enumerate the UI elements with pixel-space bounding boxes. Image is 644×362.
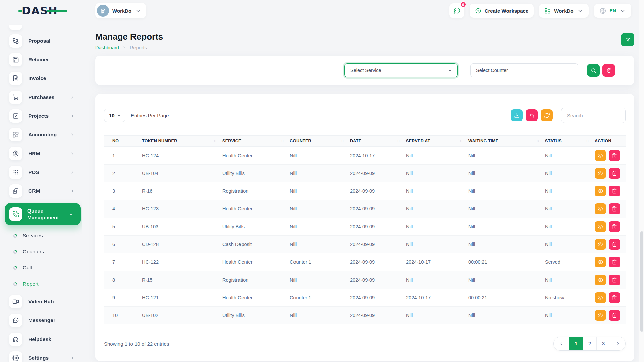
cell-service: Utility Bills [222,165,290,182]
delete-report-button[interactable] [609,257,620,267]
page-scrollbar[interactable] [639,0,644,362]
delete-report-button[interactable] [609,275,620,285]
app-root: DASH WorkDo 0 Create Workspace WorkDo [0,0,644,361]
sidebar-item-video-hub[interactable]: Video Hub [9,295,78,308]
apply-filter-button[interactable] [587,64,600,77]
page-size-select[interactable]: 10 [104,109,125,122]
column-header-token-number[interactable]: TOKEN NUMBER↑↓ [142,136,222,147]
view-report-button[interactable] [595,275,606,285]
hrm-icon [9,147,22,160]
sidebar-item-proposal[interactable]: Proposal [9,34,78,48]
view-report-button[interactable] [595,203,606,214]
pagination-page-3[interactable]: 3 [596,337,610,350]
cell-served-at: Nill [406,271,468,289]
delete-report-button[interactable] [609,168,620,179]
sort-icon[interactable]: ↑↓ [281,139,284,143]
sidebar-item-projects[interactable]: Projects [9,109,78,123]
delete-report-button[interactable] [609,292,620,303]
chevron-right-icon [70,132,75,137]
sidebar-subitem-services[interactable]: Services [13,231,82,241]
view-report-button[interactable] [595,150,606,161]
view-report-button[interactable] [595,221,606,232]
sidebar-item-crm[interactable]: CRM [9,184,78,198]
sidebar-subitem-label: Report [23,281,39,287]
sort-icon[interactable]: ↑↓ [397,139,400,143]
column-header-date[interactable]: DATE↑↓ [350,136,406,147]
sidebar-item-helpdesk[interactable]: Helpdesk [9,333,78,346]
view-report-button[interactable] [595,186,606,196]
delete-report-button[interactable] [609,186,620,196]
messages-button[interactable]: 0 [449,3,464,18]
cell-service: Registration [222,182,290,200]
pagination-page-2[interactable]: 2 [583,337,596,350]
sort-icon[interactable]: ↑↓ [536,139,539,143]
delete-report-button[interactable] [609,203,620,214]
sort-icon[interactable]: ↑↓ [214,139,216,143]
delete-report-button[interactable] [609,310,620,321]
column-header-status[interactable]: STATUS↑↓ [545,136,595,147]
sidebar-item-retainer[interactable]: Retainer [9,53,78,66]
column-header-service[interactable]: SERVICE↑↓ [222,136,290,147]
delete-report-button[interactable] [609,150,620,161]
create-workspace-button[interactable]: Create Workspace [470,4,534,18]
filter-toggle-button[interactable] [621,33,634,46]
cell-service: Utility Bills [222,218,290,236]
cell-served-at: Nill [406,182,468,200]
delete-report-button[interactable] [609,239,620,250]
breadcrumb-current: Reports [130,45,147,50]
sidebar-item-queue-management[interactable]: Queue Management [5,203,81,225]
refresh-button[interactable] [541,109,553,121]
sidebar-item-settings[interactable]: Settings [9,351,78,362]
pagination-page-1[interactable]: 1 [569,337,583,350]
table-search-input[interactable] [561,108,626,123]
sidebar-item-label: Messenger [28,317,78,324]
view-report-button[interactable] [595,168,606,179]
sort-icon[interactable]: ↑↓ [586,139,589,143]
view-report-button[interactable] [595,292,606,303]
sidebar-subitem-report[interactable]: Report [13,279,82,289]
workspace-name: WorkDo [112,8,131,14]
sidebar-item-hrm[interactable]: HRM [9,147,78,160]
undo-button[interactable] [526,109,538,121]
chevron-right-icon [615,341,620,346]
filter-card: Select Service Select Counter [95,56,634,85]
proposal-icon [12,38,19,44]
workdo-menu-label: WorkDo [554,8,573,14]
view-report-button[interactable] [595,257,606,267]
sidebar-item-purchases[interactable]: Purchases [9,90,78,104]
clear-filter-button[interactable] [602,64,615,77]
sort-icon[interactable]: ↑↓ [341,139,344,143]
export-button[interactable] [511,109,523,121]
breadcrumb-dashboard-link[interactable]: Dashboard [95,45,119,50]
view-report-button[interactable] [595,310,606,321]
language-selector[interactable]: EN [594,4,631,18]
delete-report-button[interactable] [609,221,620,232]
column-header-served-at[interactable]: SERVED AT↑↓ [406,136,468,147]
pagination-prev-button[interactable] [554,337,569,350]
view-report-button[interactable] [595,239,606,250]
bullet-icon [13,234,17,238]
page-title: Manage Reports [95,32,163,42]
sidebar-item-label: HRM [28,150,64,157]
pagination-next-button[interactable] [610,337,625,350]
helpdesk-icon [9,333,22,346]
invoice-icon [12,75,19,82]
workdo-menu-button[interactable]: WorkDo [539,4,588,18]
sidebar-item-messenger[interactable]: Messenger [9,314,78,327]
column-header-counter[interactable]: COUNTER↑↓ [290,136,350,147]
sidebar-subitem-counters[interactable]: Counters [13,247,82,257]
workspace-selector[interactable]: WorkDo [95,3,146,18]
service-select[interactable]: Select Service [344,63,458,77]
cell-date: 2024-09-09 [350,289,406,307]
counter-select[interactable]: Select Counter [470,63,578,77]
sidebar-item-invoice[interactable]: Invoice [9,72,78,85]
eye-icon [598,295,603,300]
dash-logo[interactable]: DASH [18,4,82,17]
column-header-waiting-time[interactable]: WAITING TIME↑↓ [468,136,545,147]
sidebar-item-pos[interactable]: POS [9,166,78,179]
sidebar-item-accounting[interactable]: Accounting [9,128,78,141]
sort-icon[interactable]: ↑↓ [460,139,462,143]
scrollbar-thumb[interactable] [640,231,643,332]
cell-token: HC-123 [142,200,222,218]
sidebar-subitem-call[interactable]: Call [13,263,82,273]
